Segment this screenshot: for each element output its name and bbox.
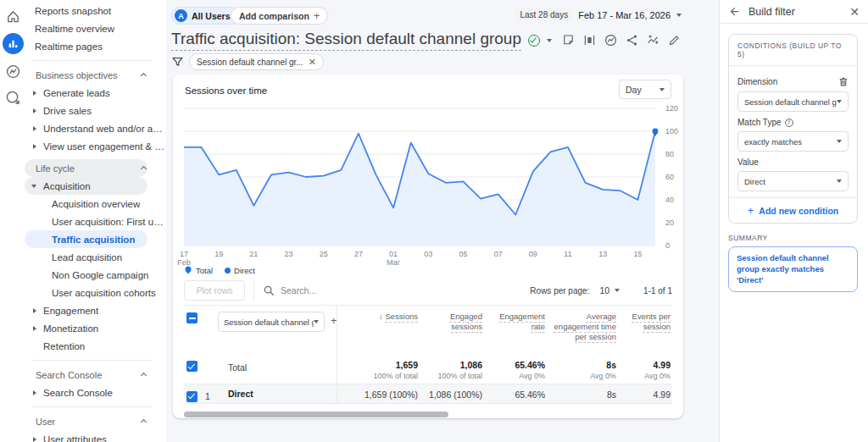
column-header-sessions[interactable]: ↓ Sessions [337, 306, 420, 356]
funnel-icon[interactable] [171, 56, 184, 69]
svg-text:13: 13 [598, 250, 607, 258]
sessions-chart-svg: 02040608010012017Feb192123252701Mar03050… [184, 108, 686, 268]
chevron-down-icon[interactable] [547, 39, 552, 42]
share-icon[interactable] [624, 32, 639, 47]
sidebar-item-user-acquisition[interactable]: User acquisition: First user ... [25, 213, 166, 230]
svg-text:21: 21 [249, 250, 258, 258]
svg-text:11: 11 [564, 250, 571, 258]
sidebar-item-realtime-overview[interactable]: Realtime overview [25, 19, 166, 37]
sidebar-item-reports-snapshot[interactable]: Reports snapshot [25, 2, 166, 19]
help-icon[interactable]: ? [785, 119, 793, 127]
nav-divider [31, 360, 153, 361]
dimension-selector[interactable]: Session default channel group [218, 312, 325, 332]
granularity-value: Day [626, 85, 642, 95]
row-checkbox[interactable] [186, 391, 198, 402]
sidebar-item-drive-sales[interactable]: Drive sales [25, 102, 166, 119]
value-label: Value [737, 157, 759, 167]
expand-arrow-icon [33, 91, 36, 96]
toolbar-divider [253, 280, 254, 301]
sidebar-item-monetization[interactable]: Monetization [25, 319, 166, 337]
sidebar-item-understand-traffic[interactable]: Understand web and/or app t... [25, 119, 166, 137]
chevron-up-icon [141, 419, 147, 425]
sidebar-item-engagement[interactable]: Engagement [25, 301, 166, 319]
search-input[interactable] [281, 285, 382, 296]
all-users-chip[interactable]: A All Users [171, 7, 240, 25]
granularity-select[interactable]: Day [619, 80, 671, 99]
sidebar-item-search-console[interactable]: Search Console [25, 384, 166, 401]
date-range-text: Feb 17 - Mar 16, 2026 [578, 10, 670, 20]
chevron-down-icon [837, 180, 842, 183]
remove-filter-icon[interactable]: ✕ [309, 57, 316, 68]
rows-per-page-value[interactable]: 10 [599, 285, 609, 296]
legend-item-direct: Direct [225, 266, 255, 275]
sidebar-item-realtime-pages[interactable]: Realtime pages [25, 37, 166, 55]
all-users-label: All Users [192, 11, 231, 21]
sparkline-insights-icon[interactable] [645, 32, 660, 47]
svg-text:27: 27 [354, 250, 363, 258]
value-select[interactable]: Direct [737, 171, 849, 191]
totals-checkbox[interactable] [186, 361, 198, 372]
horizontal-scrollbar[interactable] [184, 412, 448, 417]
advertising-icon[interactable] [3, 88, 22, 107]
expand-arrow-icon [33, 144, 36, 149]
explore-icon[interactable] [3, 62, 22, 80]
edit-icon[interactable] [666, 32, 682, 47]
home-icon[interactable] [3, 7, 22, 25]
data-table: Session default channel group + ↓ Sessio… [184, 305, 672, 404]
add-new-condition-button[interactable]: + Add new condition [729, 197, 857, 223]
sidebar-item-acquisition[interactable]: Acquisition [25, 177, 166, 195]
pagination-controls: Rows per page: 10 1-1 of 1 [530, 285, 672, 296]
sidebar-item-non-google-campaign[interactable]: Non Google campaign [25, 266, 166, 284]
column-header-events-per-session[interactable]: Events per session [618, 306, 672, 356]
report-toolbar [560, 32, 682, 47]
plot-rows-button[interactable]: Plot rows [184, 280, 245, 301]
svg-text:01: 01 [389, 250, 398, 258]
close-icon[interactable]: ✕ [849, 6, 860, 18]
pin-marker-icon [184, 266, 192, 275]
nav-section-user[interactable]: User [25, 412, 166, 430]
sidebar-item-retention[interactable]: Retention [25, 337, 166, 355]
page-title: Traffic acquisition: Session default cha… [171, 30, 521, 51]
chevron-up-icon [141, 373, 147, 378]
expand-arrow-icon [33, 126, 36, 131]
column-header-avg-engagement-time[interactable]: Average engagement time per session [547, 306, 618, 356]
chevron-down-icon[interactable] [615, 289, 620, 292]
comparisons-icon[interactable] [581, 32, 597, 47]
date-range-picker[interactable]: Last 28 days Feb 17 - Mar 16, 2026 [515, 8, 682, 21]
add-comparison-button[interactable]: Add comparison + [231, 7, 328, 25]
page-notes-icon[interactable] [560, 32, 576, 47]
chevron-down-icon [314, 320, 319, 323]
date-preset-badge: Last 28 days [515, 8, 572, 21]
active-filter-chip[interactable]: Session default channel gr... ✕ [189, 53, 324, 70]
sidebar-item-acquisition-overview[interactable]: Acquisition overview [25, 195, 166, 213]
sidebar-item-traffic-acquisition[interactable]: Traffic acquisition [25, 230, 166, 248]
nav-section-business-objectives[interactable]: Business objectives [25, 66, 166, 84]
match-type-select[interactable]: exactly matches [737, 131, 849, 152]
delete-condition-icon[interactable] [838, 76, 849, 87]
sidebar-item-lead-acquisition[interactable]: Lead acquisition [25, 248, 166, 266]
sidebar-item-user-attributes[interactable]: User attributes [25, 430, 166, 442]
sidebar-item-generate-leads[interactable]: Generate leads [25, 84, 166, 102]
sidebar-item-user-acquisition-cohorts[interactable]: User acquisition cohorts [25, 284, 166, 301]
sidebar-item-view-engagement[interactable]: View user engagement & rete... [25, 137, 166, 155]
report-title-row: Traffic acquisition: Session default cha… [171, 30, 552, 51]
filter-bar: Session default channel gr... ✕ [171, 53, 324, 70]
column-header-engagement-rate[interactable]: Engagement rate [484, 306, 547, 356]
back-arrow-icon[interactable] [728, 6, 740, 18]
column-header-engaged-sessions[interactable]: Engaged sessions [420, 306, 484, 356]
app-rail [0, 0, 25, 442]
dot-marker-icon [225, 268, 231, 273]
chevron-down-icon [659, 88, 665, 91]
chevron-down-icon [676, 14, 682, 17]
nav-section-life-cycle[interactable]: Life cycle [25, 159, 166, 177]
expand-arrow-icon [33, 390, 36, 395]
select-all-checkbox[interactable] [186, 312, 198, 323]
table-row[interactable]: 1 Direct 1,659 (100%) 1,086 (100%) 65.46… [184, 384, 672, 404]
filter-chip-label: Session default channel gr... [197, 58, 303, 67]
nav-divider [31, 406, 153, 407]
left-nav: Reports snapshot Realtime overview Realt… [0, 0, 166, 442]
nav-section-search-console[interactable]: Search Console [25, 366, 166, 384]
reports-icon[interactable] [3, 33, 24, 54]
insights-icon[interactable] [603, 32, 618, 47]
dimension-select[interactable]: Session default channel group [737, 91, 849, 112]
